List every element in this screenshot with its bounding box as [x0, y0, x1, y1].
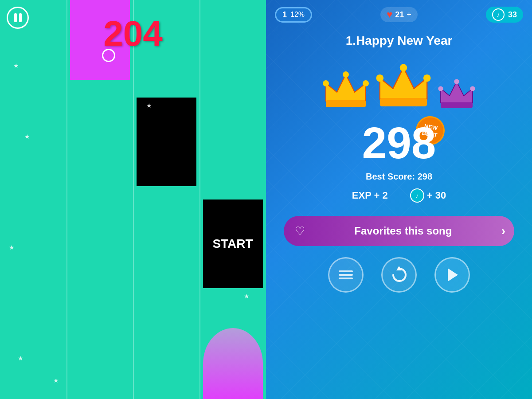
star-1: ★ — [13, 62, 19, 69]
black-tile-2[interactable]: START — [203, 200, 263, 288]
svg-rect-11 — [441, 102, 473, 108]
svg-point-2 — [323, 80, 329, 86]
main-score: 298 — [362, 121, 436, 165]
svg-rect-15 — [339, 270, 353, 272]
game-panel: 204 START ★ ★ ★ ★ ★ ★ ★ — [0, 0, 266, 399]
svg-point-7 — [376, 74, 384, 82]
coins-reward: ♪ + 30 — [410, 188, 446, 203]
svg-rect-16 — [339, 274, 353, 276]
level-percent: 12% — [290, 11, 305, 19]
star-6: ★ — [146, 102, 152, 109]
svg-marker-0 — [326, 74, 366, 101]
level-badge: 1 12% — [275, 7, 312, 23]
tile-col-2[interactable] — [66, 0, 133, 399]
start-label: START — [203, 232, 262, 255]
menu-button[interactable] — [328, 257, 364, 293]
crown-gold-medium-icon — [375, 57, 432, 110]
coin-reward-icon: ♪ — [410, 188, 424, 203]
bottom-buttons — [328, 257, 470, 293]
level-number: 1 — [282, 10, 287, 20]
next-button[interactable] — [434, 257, 470, 293]
score-container: 298 NEWBEST — [362, 121, 436, 165]
tile-col-1[interactable] — [0, 0, 66, 399]
heart-icon: ♥ — [387, 9, 392, 20]
star-5: ★ — [53, 377, 59, 384]
exp-label: EXP + 2 — [352, 190, 388, 201]
svg-point-4 — [363, 80, 369, 86]
svg-rect-17 — [339, 278, 353, 279]
v-divider-3 — [200, 0, 200, 399]
song-title: 1.Happy New Year — [346, 34, 453, 48]
note-indicator — [102, 49, 115, 62]
crown-left — [321, 66, 370, 112]
coins-reward-amount: + 30 — [427, 190, 446, 201]
favorites-label: Favorites this song — [305, 225, 501, 237]
svg-point-14 — [470, 86, 475, 91]
v-divider-2 — [133, 0, 134, 399]
fav-heart-icon: ♡ — [295, 224, 305, 238]
exp-row: EXP + 2 ♪ + 30 — [352, 188, 446, 203]
coins-count: 33 — [508, 10, 517, 20]
hearts-plus: + — [407, 10, 411, 20]
tile-col-4[interactable]: START — [200, 0, 266, 399]
v-divider-1 — [66, 0, 67, 399]
black-tile-1[interactable] — [137, 98, 196, 186]
best-score: Best Score: 298 — [366, 172, 432, 182]
svg-rect-1 — [326, 100, 366, 107]
hearts-count: 21 — [395, 10, 404, 20]
replay-icon — [390, 266, 408, 284]
crowns-row — [321, 57, 477, 112]
svg-rect-6 — [380, 98, 427, 106]
hearts-section: ♥ 21 + — [380, 7, 418, 22]
star-3: ★ — [9, 244, 15, 251]
svg-point-3 — [343, 71, 349, 78]
star-4: ★ — [18, 355, 23, 362]
crown-center — [375, 57, 432, 112]
svg-point-12 — [438, 86, 443, 91]
top-bar: 1 12% ♥ 21 + ♪ 33 — [266, 0, 532, 29]
fav-arrow-icon: › — [501, 224, 505, 238]
svg-point-8 — [400, 64, 407, 71]
results-panel: 1 12% ♥ 21 + ♪ 33 1.Happy New Year — [266, 0, 532, 399]
tile-col-3[interactable] — [133, 0, 200, 399]
star-7: ★ — [244, 293, 250, 300]
game-score: 204 — [103, 13, 162, 54]
favorites-button[interactable]: ♡ Favorites this song › — [284, 216, 514, 246]
pause-icon — [14, 13, 22, 22]
next-icon — [446, 267, 459, 282]
crown-gold-large-icon — [321, 66, 370, 110]
svg-point-13 — [454, 79, 459, 84]
purple-tile[interactable] — [203, 328, 263, 399]
crown-right — [437, 74, 477, 112]
crown-purple-small-icon — [437, 74, 477, 110]
svg-marker-10 — [441, 82, 473, 103]
pause-button[interactable] — [7, 7, 29, 29]
replay-button[interactable] — [381, 257, 417, 293]
svg-marker-5 — [380, 68, 427, 99]
coins-section: ♪ 33 — [486, 7, 523, 23]
coin-icon: ♪ — [492, 8, 505, 21]
star-2: ★ — [24, 133, 30, 140]
svg-marker-19 — [448, 268, 458, 282]
svg-point-9 — [423, 74, 431, 82]
menu-icon — [339, 269, 353, 281]
